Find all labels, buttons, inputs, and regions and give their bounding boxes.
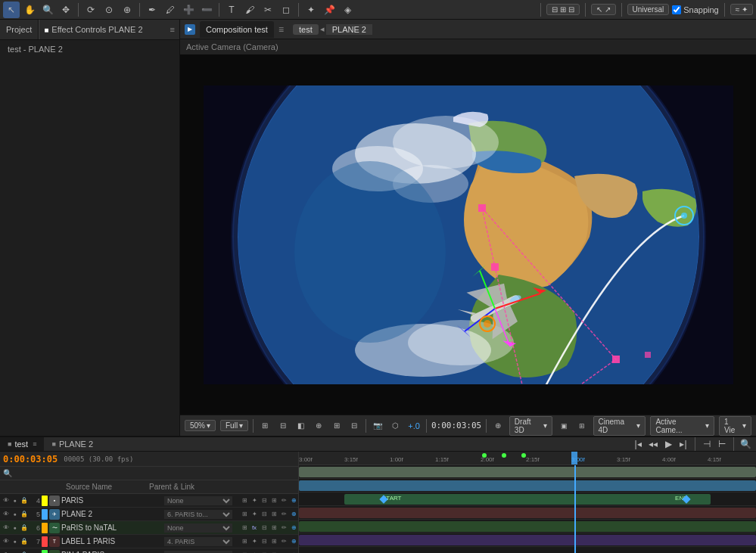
bar-9[interactable] <box>299 535 756 545</box>
fit-view-btn[interactable]: ⊞ <box>258 419 272 433</box>
layer-7-lock[interactable]: 🔒 <box>20 537 28 546</box>
views-count-btn[interactable]: 1 Vie ▾ <box>719 416 751 436</box>
orbit-tool[interactable]: ⊙ <box>101 2 117 18</box>
layer-8-solo[interactable]: ● <box>11 551 19 554</box>
align-pill[interactable]: ⊟ ⊞ ⊟ <box>546 4 580 15</box>
layer-4-parent[interactable]: None <box>164 496 240 505</box>
tl-next-frame[interactable]: ▸| <box>677 438 689 450</box>
layer-5-parent[interactable]: 6. PARIS to... <box>164 510 240 519</box>
sw-6-1[interactable]: ⊞ <box>240 523 249 533</box>
layer-4-name[interactable]: PARIS <box>60 496 164 505</box>
pen-tool[interactable]: ✒ <box>144 2 160 18</box>
text-tool[interactable]: T <box>223 2 240 18</box>
sw-7-3[interactable]: ⊟ <box>260 537 269 546</box>
sw-6-5[interactable]: ✏ <box>279 523 288 533</box>
sw-7-1[interactable]: ⊞ <box>240 537 249 546</box>
sw-4-3[interactable]: ⊟ <box>260 496 269 505</box>
bar-6[interactable]: START END <box>344 494 711 505</box>
sw-5-3[interactable]: ⊟ <box>260 510 269 519</box>
viewer-canvas[interactable]: Google Earth Landsat / Copernicus, Data … <box>180 54 756 415</box>
sw-4-5[interactable]: ✏ <box>279 496 288 505</box>
bar-8[interactable] <box>299 521 756 532</box>
layer-7-solo[interactable]: ● <box>11 537 19 546</box>
sw-7-5[interactable]: ✏ <box>279 537 288 546</box>
export-btn[interactable]: ⬡ <box>389 419 403 433</box>
engine-select[interactable]: Cinema 4D ▾ <box>593 416 646 436</box>
3d-toggle[interactable]: ⊕ <box>491 419 505 433</box>
quality-select[interactable]: Full ▾ <box>220 420 248 431</box>
tl-search[interactable]: 🔍 <box>739 438 751 450</box>
region-btn[interactable]: ⊟ <box>276 419 290 433</box>
layer-6-name[interactable]: PaRIS to NaTAL <box>60 523 164 532</box>
pan-tool[interactable]: ✥ <box>58 2 74 18</box>
track-tool[interactable]: ⊕ <box>119 2 135 18</box>
timeline-tab-test[interactable]: ■ test ≡ <box>0 437 44 451</box>
layer-6-solo[interactable]: ● <box>11 523 19 533</box>
universal-select[interactable]: Universal <box>627 4 670 15</box>
clone-tool[interactable]: ✂ <box>260 2 276 18</box>
sw-8-3[interactable]: ⊟ <box>260 551 269 554</box>
sw-8-2[interactable]: ✦ <box>250 551 259 554</box>
guides-btn[interactable]: ⊟ <box>347 419 361 433</box>
tl-prev-frame[interactable]: |◂ <box>632 438 644 450</box>
tl-out-point[interactable]: ⊢ <box>716 438 728 450</box>
sw-5-4[interactable]: ⊞ <box>269 510 278 519</box>
sw-7-6[interactable]: ⊕ <box>289 537 298 546</box>
layer-7-eye[interactable]: 👁 <box>2 537 10 546</box>
bezier-tool[interactable]: 🖊 <box>162 2 179 18</box>
viewer-menu-icon[interactable]: ≡ <box>278 24 284 35</box>
layer-5-solo[interactable]: ● <box>11 510 19 519</box>
viewport-btn1[interactable]: ▣ <box>557 419 571 433</box>
layer-8-parent-select[interactable]: 4. PARIS <box>164 551 232 554</box>
layer-4-eye[interactable]: 👁 <box>2 496 10 505</box>
sw-8-4[interactable]: ⊞ <box>269 551 278 554</box>
effect-controls-tab[interactable]: ■ Effect Controls PLANE 2 ≡ <box>39 20 179 39</box>
eraser-tool[interactable]: ◻ <box>278 2 294 18</box>
sw-6-6[interactable]: ⊕ <box>289 523 298 533</box>
sw-4-2[interactable]: ✦ <box>250 496 259 505</box>
sub-tab-test[interactable]: test <box>293 24 319 35</box>
sw-8-5[interactable]: ✏ <box>279 551 288 554</box>
timeline-tab-plane2[interactable]: ■ PLANE 2 <box>44 437 101 451</box>
sw-6-3[interactable]: ⊟ <box>260 523 269 533</box>
layer-5-parent-select[interactable]: 6. PARIS to... <box>164 510 232 519</box>
sw-7-4[interactable]: ⊞ <box>269 537 278 546</box>
sw-4-6[interactable]: ⊕ <box>289 496 298 505</box>
view-select[interactable]: Active Came... ▾ <box>650 416 714 436</box>
sw-6-fx[interactable]: fx <box>250 523 259 533</box>
draft-3d-select[interactable]: Draft 3D ▾ <box>509 416 552 436</box>
zoom-tool[interactable]: 🔍 <box>39 2 56 18</box>
viewport-btn2[interactable]: ⊞ <box>575 419 589 433</box>
pin-tool[interactable]: 📌 <box>321 2 338 18</box>
bar-5[interactable] <box>299 480 756 491</box>
sw-7-2[interactable]: ✦ <box>250 537 259 546</box>
layer-7-name[interactable]: LABEL 1 PARIS <box>60 537 164 545</box>
project-item[interactable]: test - PLANE 2 <box>5 43 175 55</box>
zoom-select[interactable]: 50% ▾ <box>185 420 216 431</box>
layer-8-parent[interactable]: 4. PARIS <box>164 551 240 554</box>
layer-6-eye[interactable]: 👁 <box>2 523 10 533</box>
layer-8-eye[interactable]: 👁 <box>2 551 10 554</box>
layer-4-lock[interactable]: 🔒 <box>20 496 28 505</box>
layer-8-lock[interactable]: 🔒 <box>20 551 28 554</box>
extras-btn[interactable]: ≈ ✦ <box>730 4 753 15</box>
layer-6-lock[interactable]: 🔒 <box>20 523 28 533</box>
warp-tool[interactable]: ◈ <box>339 2 356 18</box>
sub-tab-plane2[interactable]: PLANE 2 <box>326 24 372 35</box>
select-tool[interactable]: ↖ <box>3 2 20 18</box>
layer-6-parent[interactable]: None <box>164 523 240 533</box>
layer-search-input[interactable] <box>15 469 76 477</box>
tl-play-backward[interactable]: ◂◂ <box>647 438 659 450</box>
grid-btn[interactable]: ⊞ <box>330 419 344 433</box>
overlay-btn[interactable]: ⊕ <box>312 419 325 433</box>
sw-5-1[interactable]: ⊞ <box>240 510 249 519</box>
camera-btn[interactable]: 📷 <box>371 419 384 433</box>
sw-5-6[interactable]: ⊕ <box>289 510 298 519</box>
rotate-tool[interactable]: ⟳ <box>82 2 99 18</box>
layer-4-parent-select[interactable]: None <box>164 496 232 505</box>
sw-5-5[interactable]: ✏ <box>279 510 288 519</box>
tl-play-forward[interactable]: ▶ <box>662 438 674 450</box>
sw-4-1[interactable]: ⊞ <box>240 496 249 505</box>
layer-5-lock[interactable]: 🔒 <box>20 510 28 519</box>
sw-8-1[interactable]: ⊞ <box>240 551 249 554</box>
